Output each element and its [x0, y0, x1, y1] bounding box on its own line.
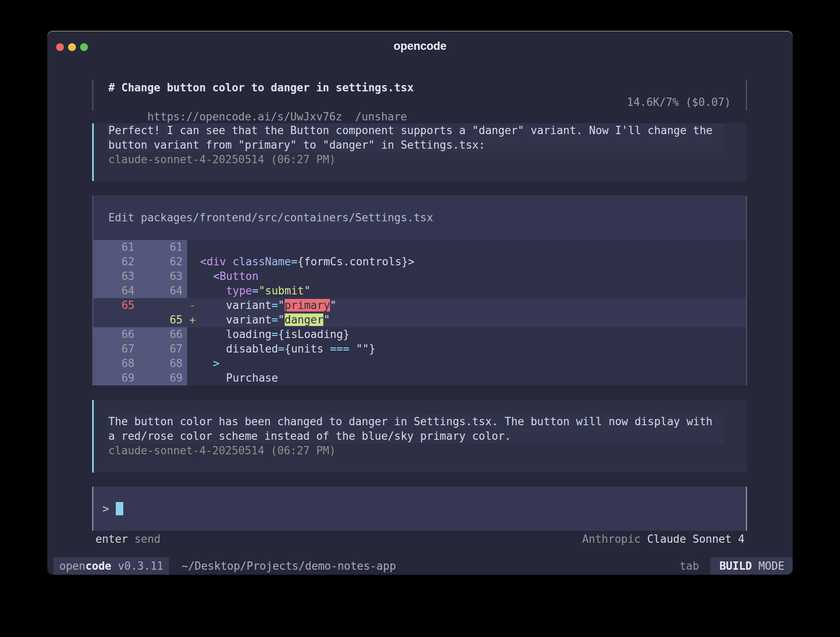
- working-directory: ~/Desktop/Projects/demo-notes-app: [181, 557, 396, 575]
- message-text: Perfect! I can see that the Button compo…: [107, 123, 724, 152]
- app-name-open: open: [59, 559, 85, 573]
- version-gap: [111, 559, 118, 573]
- session-title: # Change button color to danger in setti…: [108, 81, 731, 95]
- mode-primary-label: BUILD: [719, 559, 752, 573]
- assistant-message-1: Perfect! I can see that the Button compo…: [92, 123, 747, 181]
- message-text: The button color has been changed to dan…: [107, 414, 724, 443]
- diff-row: 6161: [92, 240, 747, 255]
- share-url-link[interactable]: https://opencode.ai/s/UwJxv76z: [147, 110, 342, 123]
- diff-row: 6969 Purchase: [92, 371, 747, 385]
- mode-chip[interactable]: BUILD MODE: [711, 557, 793, 575]
- text-cursor: [116, 502, 123, 515]
- send-action-label: send: [134, 533, 161, 545]
- diff-row: 6767 disabled={units === ""}: [92, 342, 747, 356]
- model-label: Claude Sonnet 4: [647, 533, 745, 545]
- app-name-code: code: [85, 559, 112, 573]
- titlebar: opencode: [47, 31, 793, 60]
- message-line: The button color has been changed to dan…: [108, 414, 724, 429]
- message-line: a red/rose color scheme instead of the b…: [108, 429, 724, 443]
- message-meta: claude-sonnet-4-20250514 (06:27 PM): [107, 443, 724, 458]
- footer-hints: enter send Anthropic Claude Sonnet 4: [92, 532, 747, 546]
- diff-rows: 61616262<div className={formCs.controls}…: [92, 240, 747, 385]
- edit-tool-block: Edit packages/frontend/src/containers/Se…: [92, 196, 747, 385]
- diff-row: 6363 <Button: [92, 269, 747, 284]
- window-title: opencode: [47, 40, 793, 52]
- message-line: button variant from "primary" to "danger…: [108, 138, 724, 152]
- diff-row: 6464 type="submit": [92, 284, 747, 298]
- diff-row: 6666 loading={isLoading}: [92, 327, 747, 342]
- opencode-window: opencode # Change button color to danger…: [47, 31, 793, 575]
- diff-row: 6262<div className={formCs.controls}>: [92, 255, 747, 269]
- provider-label: Anthropic: [582, 533, 641, 545]
- mode-secondary-label: MODE: [758, 559, 784, 573]
- diff-row: 65+ variant="danger": [92, 313, 747, 327]
- message-meta: claude-sonnet-4-20250514 (06:27 PM): [107, 152, 724, 167]
- model-indicator: Anthropic Claude Sonnet 4: [582, 532, 745, 546]
- statusbar-spacer: [396, 557, 679, 575]
- mode-key-hint: tab: [679, 557, 699, 575]
- session-header: # Change button color to danger in setti…: [92, 80, 747, 110]
- mode-gap: [752, 559, 759, 573]
- unshare-command[interactable]: /unshare: [355, 110, 407, 123]
- app-version-chip: opencode v0.3.11: [54, 557, 169, 575]
- model-name: [641, 533, 647, 545]
- edit-tool-header: Edit packages/frontend/src/containers/Se…: [92, 196, 747, 240]
- status-bar: opencode v0.3.11 ~/Desktop/Projects/demo…: [47, 557, 793, 575]
- context-stats: 14.6K/7% ($0.07): [627, 95, 731, 110]
- send-label: [128, 533, 134, 545]
- message-line: Perfect! I can see that the Button compo…: [108, 123, 724, 138]
- diff-row: 65- variant="primary": [92, 298, 747, 313]
- diff-row: 6868 >: [92, 356, 747, 371]
- app-version: v0.3.11: [118, 559, 164, 573]
- prompt-symbol: >: [103, 502, 109, 516]
- prompt-input[interactable]: >: [92, 487, 747, 531]
- send-hint: enter send: [95, 532, 161, 546]
- enter-key-hint: enter: [95, 533, 128, 545]
- assistant-message-2: The button color has been changed to dan…: [92, 400, 747, 473]
